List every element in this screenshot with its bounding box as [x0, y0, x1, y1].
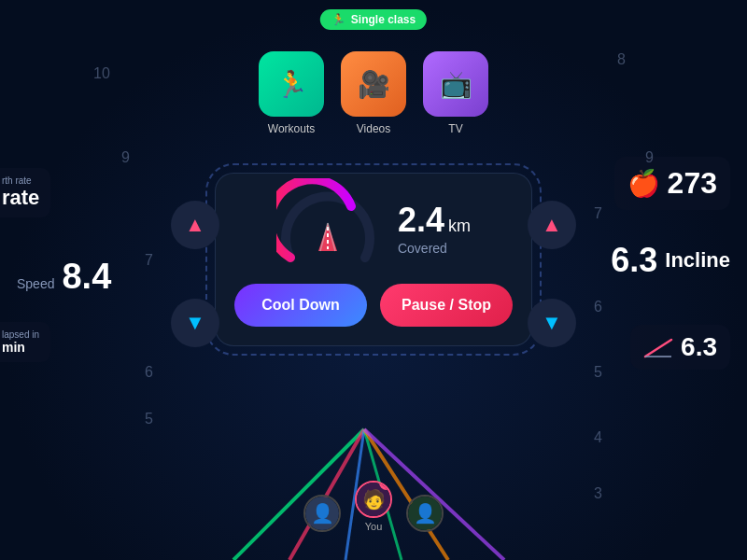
- elapsed-value: min: [2, 340, 39, 355]
- videos-icon: 🎥: [358, 69, 390, 100]
- you-label: You: [365, 521, 383, 532]
- grid-num-8: 8: [617, 51, 626, 68]
- grid-num-7-right: 7: [594, 205, 602, 222]
- speed-down-icon: ▼: [185, 311, 205, 335]
- videos-icon-bg: 🎥: [341, 51, 406, 117]
- heartrate-panel: rth rate rate: [0, 168, 50, 217]
- action-buttons: Cool Down Pause / Stop: [234, 284, 513, 327]
- workout-panel: 2.4 km Covered Cool Down Pause / Stop: [215, 173, 532, 346]
- heartrate-value: rate: [2, 186, 39, 210]
- grid-num-10: 10: [93, 65, 110, 82]
- grid-num-9-left: 9: [121, 149, 130, 166]
- grid-num-5-right: 5: [594, 364, 602, 381]
- distance-info: 2.4 km Covered: [398, 203, 471, 256]
- speed-up-icon: ▲: [185, 213, 205, 237]
- cool-down-button[interactable]: Cool Down: [234, 284, 367, 327]
- speedometer-gauge: [276, 192, 379, 267]
- top-menu: 🏃 Workouts 🎥 Videos 📺 TV: [259, 51, 488, 135]
- calories-panel: 🍎 273: [614, 157, 730, 210]
- scene: 🏃 Single class 🏃 Workouts 🎥 Videos 📺 TV …: [0, 0, 747, 560]
- incline-down-button[interactable]: ▼: [528, 299, 576, 347]
- speed-value: 8.4: [62, 257, 111, 297]
- menu-item-workouts[interactable]: 🏃 Workouts: [259, 51, 324, 135]
- distance-label: Covered: [398, 241, 447, 256]
- grid-num-6-right: 6: [594, 299, 602, 315]
- user-badge[interactable]: 🏃 Single class: [320, 9, 427, 30]
- angle-value: 6.3: [681, 332, 717, 362]
- heartrate-label: rth rate: [2, 175, 39, 186]
- gauge-area: 2.4 km Covered: [234, 192, 513, 267]
- distance-unit: km: [448, 217, 471, 236]
- laser-lines: [0, 392, 747, 560]
- tv-icon-bg: 📺: [423, 51, 488, 117]
- incline-value: 6.3: [611, 241, 657, 280]
- grid-num-4-right: 4: [594, 429, 602, 446]
- tv-label: TV: [448, 122, 462, 135]
- incline-up-icon: ▲: [542, 213, 562, 237]
- speed-label: Speed: [17, 276, 54, 291]
- grid-num-5-left: 5: [145, 411, 153, 427]
- incline-down-icon: ▼: [542, 311, 562, 335]
- grid-num-3-right: 3: [594, 485, 602, 502]
- menu-item-tv[interactable]: 📺 TV: [423, 51, 488, 135]
- grid-num-7-left: 7: [145, 252, 153, 269]
- calories-value: 273: [668, 166, 717, 201]
- angle-panel: 6.3: [630, 325, 730, 370]
- user-run-icon: 🏃: [331, 13, 345, 26]
- incline-label: Incline: [665, 248, 730, 273]
- videos-label: Videos: [357, 122, 390, 135]
- incline-angle-icon: [643, 336, 673, 358]
- elapsed-panel: lapsed in min: [0, 322, 50, 362]
- pause-stop-button[interactable]: Pause / Stop: [380, 284, 513, 327]
- incline-up-button[interactable]: ▲: [528, 201, 576, 249]
- avatar-1: 👤: [303, 495, 341, 532]
- avatar-you: 🧑 10: [355, 481, 392, 518]
- tv-icon: 📺: [440, 69, 472, 100]
- speed-down-button[interactable]: ▼: [171, 299, 219, 347]
- distance-value: 2.4: [398, 203, 444, 237]
- grid-num-6-left: 6: [145, 364, 153, 381]
- grid-num-9-right: 9: [645, 149, 654, 166]
- menu-item-videos[interactable]: 🎥 Videos: [341, 51, 406, 135]
- avatar-2: 👤: [406, 495, 444, 532]
- incline-panel: 6.3 Incline: [611, 241, 730, 280]
- avatar-you-container: 🧑 10 You: [355, 481, 392, 532]
- elapsed-label: lapsed in: [2, 329, 39, 340]
- svg-line-0: [645, 340, 671, 357]
- workouts-icon-bg: 🏃: [259, 51, 324, 117]
- workouts-label: Workouts: [268, 122, 315, 135]
- bottom-area: 👤 🧑 10 You 👤: [303, 481, 444, 532]
- badge-label: Single class: [351, 13, 416, 26]
- apple-icon: 🍎: [627, 168, 660, 199]
- speed-up-button[interactable]: ▲: [171, 201, 219, 249]
- speed-display: Speed 8.4: [17, 257, 111, 297]
- workouts-icon: 🏃: [275, 69, 308, 100]
